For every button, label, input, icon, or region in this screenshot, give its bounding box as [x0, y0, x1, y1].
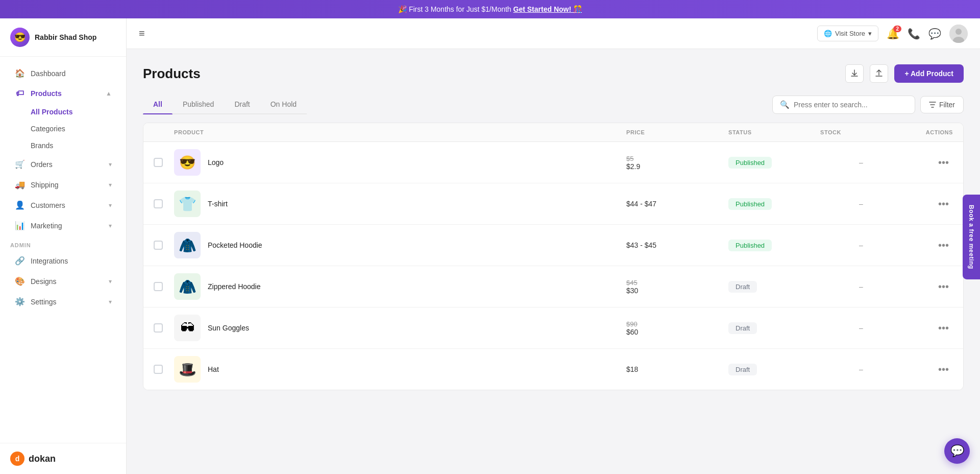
- notifications-button[interactable]: 🔔 2: [887, 28, 899, 40]
- status-badge: Draft: [728, 364, 757, 375]
- products-sub-nav: All Products Categories Brands: [0, 104, 126, 154]
- sidebar-item-brands[interactable]: Brands: [4, 137, 122, 154]
- row-actions-button[interactable]: •••: [934, 238, 953, 253]
- select-checkbox[interactable]: [154, 241, 163, 250]
- help-icon[interactable]: 💬: [928, 28, 941, 40]
- search-filter: 🔍 Filter: [772, 96, 964, 114]
- designs-icon: 🎨: [14, 276, 26, 286]
- product-name: Zippered Hoodie: [208, 282, 261, 291]
- add-product-button[interactable]: + Add Product: [894, 64, 964, 83]
- row-checkbox: [154, 282, 174, 291]
- status-badge: Published: [728, 198, 772, 210]
- sidebar-item-categories[interactable]: Categories: [4, 121, 122, 137]
- product-thumbnail: 🎩: [174, 356, 201, 383]
- download-button[interactable]: [845, 64, 864, 83]
- sidebar-item-all-products[interactable]: All Products: [4, 104, 122, 120]
- status-badge: Published: [728, 240, 772, 251]
- sidebar-item-shipping[interactable]: 🚚 Shipping ▾: [4, 175, 122, 195]
- stock-cell: –: [820, 282, 902, 291]
- price-cell: $45 $30: [626, 279, 728, 295]
- sidebar-item-designs[interactable]: 🎨 Designs ▾: [4, 271, 122, 291]
- dokan-icon: d: [10, 452, 24, 466]
- sidebar-item-orders[interactable]: 🛒 Orders ▾: [4, 154, 122, 174]
- tab-draft[interactable]: Draft: [224, 95, 260, 113]
- stock-cell: –: [820, 158, 902, 167]
- shop-name: Rabbir Shad Shop: [35, 33, 96, 41]
- header-bar: ≡ 🌐 Visit Store ▾ 🔔 2 📞 💬: [127, 18, 980, 49]
- table-row: 🎩 Hat $18 Draft – •••: [143, 349, 963, 390]
- row-actions-button[interactable]: •••: [934, 155, 953, 171]
- col-stock: STOCK: [820, 129, 902, 135]
- sidebar-item-label: Integrations: [31, 257, 112, 265]
- status-cell: Published: [728, 157, 820, 169]
- product-thumbnail: 🧥: [174, 273, 201, 300]
- sidebar-item-marketing[interactable]: 📊 Marketing ▾: [4, 216, 122, 235]
- banner-cta[interactable]: Get Started Now! 🎊: [513, 5, 582, 13]
- col-status: STATUS: [728, 129, 820, 135]
- sidebar-logo: 😎 Rabbir Shad Shop: [0, 18, 126, 57]
- book-meeting-cta[interactable]: Book a free meeting: [963, 195, 980, 279]
- menu-icon[interactable]: ≡: [139, 28, 145, 39]
- status-badge: Published: [728, 157, 772, 169]
- tab-all[interactable]: All: [143, 95, 173, 113]
- select-checkbox[interactable]: [154, 323, 163, 333]
- visit-store-button[interactable]: 🌐 Visit Store ▾: [817, 26, 878, 41]
- marketing-icon: 📊: [14, 221, 26, 230]
- price-original: $5: [626, 155, 728, 162]
- header-left: ≡: [139, 28, 145, 39]
- customers-icon: 👤: [14, 200, 26, 210]
- sidebar-item-label: Marketing: [31, 222, 104, 230]
- row-actions-button[interactable]: •••: [934, 196, 953, 212]
- status-cell: Draft: [728, 364, 820, 375]
- sidebar-item-settings[interactable]: ⚙️ Settings ▾: [4, 292, 122, 312]
- shop-avatar: 😎: [10, 28, 30, 47]
- sidebar-item-integrations[interactable]: 🔗 Integrations: [4, 251, 122, 271]
- status-badge: Draft: [728, 281, 757, 293]
- select-checkbox[interactable]: [154, 365, 163, 374]
- page-title: Products: [143, 66, 201, 82]
- price-current: $18: [626, 365, 638, 373]
- status-cell: Published: [728, 198, 820, 210]
- select-checkbox[interactable]: [154, 158, 163, 167]
- row-actions-button[interactable]: •••: [934, 362, 953, 377]
- dokan-logo: d dokan: [10, 452, 116, 466]
- product-thumbnail: 🧥: [174, 232, 201, 258]
- row-actions-button[interactable]: •••: [934, 279, 953, 295]
- sidebar-item-label: Settings: [31, 298, 104, 306]
- phone-icon[interactable]: 📞: [908, 28, 920, 40]
- actions-cell: •••: [902, 196, 953, 212]
- table-header: PRODUCT PRICE STATUS STOCK ACTIONS: [143, 123, 963, 142]
- price-cell: $44 - $47: [626, 200, 728, 208]
- search-input[interactable]: [794, 101, 908, 109]
- sidebar-item-products[interactable]: 🏷 Products ▲: [4, 84, 122, 103]
- table-row: 🕶 Sun Goggles $90 $60 Draft – •••: [143, 307, 963, 349]
- sidebar-item-dashboard[interactable]: 🏠 Dashboard: [4, 63, 122, 83]
- product-cell: 🕶 Sun Goggles: [174, 315, 626, 341]
- select-checkbox[interactable]: [154, 282, 163, 291]
- tab-published[interactable]: Published: [173, 95, 225, 113]
- select-checkbox[interactable]: [154, 199, 163, 208]
- svg-point-3: [955, 29, 962, 35]
- chat-bubble[interactable]: 💬: [944, 438, 970, 464]
- products-table: PRODUCT PRICE STATUS STOCK ACTIONS 😎 Log…: [143, 123, 964, 390]
- filter-label: Filter: [939, 101, 955, 109]
- user-avatar[interactable]: [949, 25, 968, 43]
- sidebar-item-label: Shipping: [31, 181, 104, 189]
- filter-button[interactable]: Filter: [920, 96, 964, 113]
- sidebar-item-customers[interactable]: 👤 Customers ▾: [4, 195, 122, 215]
- visit-store-label: Visit Store: [835, 30, 865, 37]
- orders-icon: 🛒: [14, 159, 26, 169]
- row-checkbox: [154, 199, 174, 208]
- chevron-down-icon: ▾: [109, 222, 112, 229]
- actions-cell: •••: [902, 155, 953, 171]
- upload-button[interactable]: [870, 64, 888, 83]
- tab-on-hold[interactable]: On Hold: [260, 95, 307, 113]
- price-cell: $90 $60: [626, 320, 728, 336]
- sidebar-item-label: Customers: [31, 201, 104, 209]
- banner-text: 🎉 First 3 Months for Just $1/Month: [398, 5, 511, 13]
- status-cell: Published: [728, 240, 820, 251]
- sidebar: 😎 Rabbir Shad Shop 🏠 Dashboard 🏷 Product…: [0, 18, 127, 474]
- stock-cell: –: [820, 365, 902, 373]
- product-name: Logo: [208, 158, 224, 167]
- row-actions-button[interactable]: •••: [934, 320, 953, 336]
